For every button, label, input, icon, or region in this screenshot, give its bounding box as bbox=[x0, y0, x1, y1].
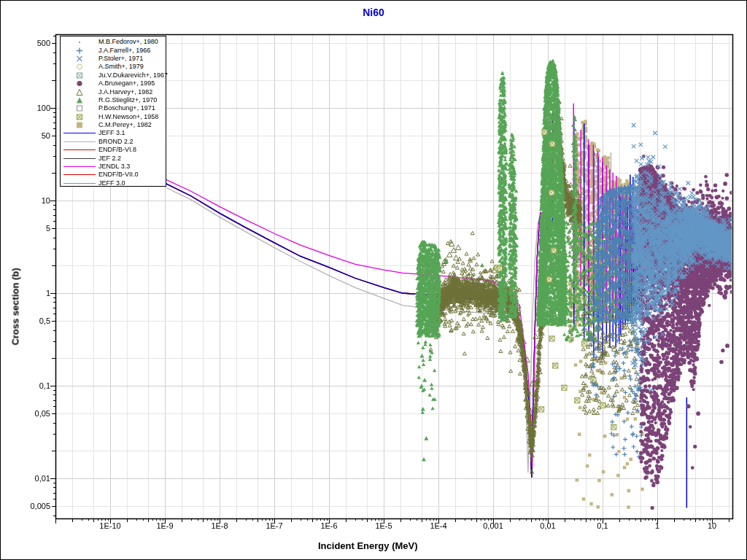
y-tick-label: 5 bbox=[5, 224, 50, 233]
legend-item[interactable]: J.A.Farrell+, 1966 bbox=[61, 46, 166, 54]
y-tick-label: 500 bbox=[5, 39, 50, 47]
y-tick-label: 0,01 bbox=[5, 474, 50, 483]
legend-circle-filled-icon bbox=[61, 79, 98, 88]
legend-item[interactable]: JEFF 3.0 bbox=[61, 179, 166, 187]
x-axis-label: Incident Energy (MeV) bbox=[318, 540, 418, 551]
legend-label: P.Boschung+, 1971 bbox=[98, 105, 155, 112]
x-tick-label: 1E-6 bbox=[303, 521, 355, 530]
legend-triangle-filled-icon bbox=[61, 96, 98, 104]
y-tick-label: 100 bbox=[5, 104, 50, 112]
x-tick-label: 0,01 bbox=[522, 521, 573, 530]
legend-item[interactable]: Ju.V.Dukarevich+, 1967 bbox=[61, 71, 166, 79]
legend-item[interactable]: ENDF/B-VII.0 bbox=[61, 171, 166, 179]
legend-item[interactable]: JEF 2.2 bbox=[61, 154, 166, 162]
page-title: Ni60 bbox=[1, 7, 746, 18]
legend-line-sample bbox=[61, 141, 98, 142]
legend-item[interactable]: A.Brusegan+, 1995 bbox=[61, 79, 166, 88]
x-tick-label: 1 bbox=[632, 521, 683, 530]
legend-label: JEFF 3.1 bbox=[98, 130, 125, 136]
x-tick-label: 0,1 bbox=[577, 521, 628, 530]
legend-line-sample bbox=[61, 149, 98, 150]
legend-item[interactable]: H.W.Newson+, 1958 bbox=[61, 113, 166, 121]
x-tick-label: 1E-8 bbox=[194, 521, 245, 530]
legend-x-icon bbox=[61, 55, 98, 63]
legend[interactable]: M.B.Fedorov+, 1980J.A.Farrell+, 1966P.St… bbox=[60, 36, 166, 187]
legend-item[interactable]: P.Boschung+, 1971 bbox=[61, 104, 166, 112]
x-tick-label: 1E-7 bbox=[249, 521, 300, 530]
legend-label: ENDF/B-VI.8 bbox=[98, 147, 136, 153]
y-tick-label: 0,5 bbox=[5, 316, 50, 325]
x-tick-label: 1E-10 bbox=[85, 521, 136, 530]
x-tick-label: 1E-9 bbox=[139, 521, 190, 530]
legend-item[interactable]: JENDL 3.3 bbox=[61, 163, 166, 171]
legend-label: C.M.Perey+, 1982 bbox=[98, 122, 152, 128]
y-tick-label: 0,05 bbox=[5, 409, 50, 418]
legend-item[interactable]: M.B.Fedorov+, 1980 bbox=[61, 38, 166, 46]
legend-item[interactable]: JEFF 3.1 bbox=[61, 129, 166, 137]
y-tick-label: 0,1 bbox=[5, 381, 50, 390]
legend-line-sample bbox=[61, 166, 98, 167]
legend-label: JEF 2.2 bbox=[98, 155, 121, 162]
legend-label: J.A.Harvey+, 1982 bbox=[98, 89, 152, 96]
legend-label: Ju.V.Dukarevich+, 1967 bbox=[98, 72, 168, 79]
legend-label: JEFF 3.0 bbox=[98, 180, 125, 187]
legend-item[interactable]: A.Smith+, 1979 bbox=[61, 63, 166, 71]
legend-square-filled-icon bbox=[61, 121, 98, 129]
legend-item[interactable]: ENDF/B-VI.8 bbox=[61, 146, 166, 154]
legend-label: BROND 2.2 bbox=[98, 139, 133, 145]
legend-plus-icon bbox=[61, 47, 98, 55]
y-tick-label: 50 bbox=[5, 131, 50, 140]
x-tick-label: 10 bbox=[686, 521, 738, 530]
legend-label: ENDF/B-VII.0 bbox=[98, 171, 139, 178]
legend-line-sample bbox=[61, 174, 98, 175]
legend-label: JENDL 3.3 bbox=[98, 163, 130, 170]
legend-line-sample bbox=[61, 183, 98, 184]
legend-label: A.Brusegan+, 1995 bbox=[98, 80, 155, 87]
legend-line-sample bbox=[61, 133, 98, 133]
legend-item[interactable]: J.A.Harvey+, 1982 bbox=[61, 88, 166, 96]
app-window: Ni60 Incident Energy (MeV) Cross section… bbox=[0, 0, 747, 560]
legend-item[interactable]: C.M.Perey+, 1982 bbox=[61, 121, 166, 129]
y-tick-label: 0,005 bbox=[5, 502, 50, 510]
x-tick-label: 1E-4 bbox=[413, 521, 464, 530]
legend-circle-open-icon bbox=[61, 63, 98, 71]
y-tick-label: 1 bbox=[5, 289, 50, 298]
legend-item[interactable]: BROND 2.2 bbox=[61, 138, 166, 146]
legend-label: H.W.Newson+, 1958 bbox=[98, 114, 158, 120]
x-tick-label: 0,001 bbox=[468, 521, 519, 530]
legend-square-crossed-icon bbox=[61, 71, 98, 79]
legend-label: M.B.Fedorov+, 1980 bbox=[98, 39, 158, 45]
legend-square-open-icon bbox=[61, 104, 98, 112]
x-tick-label: 1E-5 bbox=[358, 521, 409, 530]
legend-square-crossed-icon bbox=[61, 113, 98, 121]
legend-triangle-open-icon bbox=[61, 88, 98, 96]
legend-line-sample bbox=[61, 158, 98, 159]
y-tick-label: 10 bbox=[5, 196, 50, 205]
y-axis-label: Cross section (b) bbox=[10, 249, 21, 365]
legend-item[interactable]: R.G.Stieglitz+, 1970 bbox=[61, 96, 166, 104]
legend-item[interactable]: P.Stoler+, 1971 bbox=[61, 55, 166, 63]
legend-label: J.A.Farrell+, 1966 bbox=[98, 47, 150, 54]
legend-dot-icon bbox=[61, 38, 98, 46]
legend-label: P.Stoler+, 1971 bbox=[98, 55, 143, 62]
legend-label: A.Smith+, 1979 bbox=[98, 63, 144, 70]
legend-label: R.G.Stieglitz+, 1970 bbox=[98, 97, 157, 104]
